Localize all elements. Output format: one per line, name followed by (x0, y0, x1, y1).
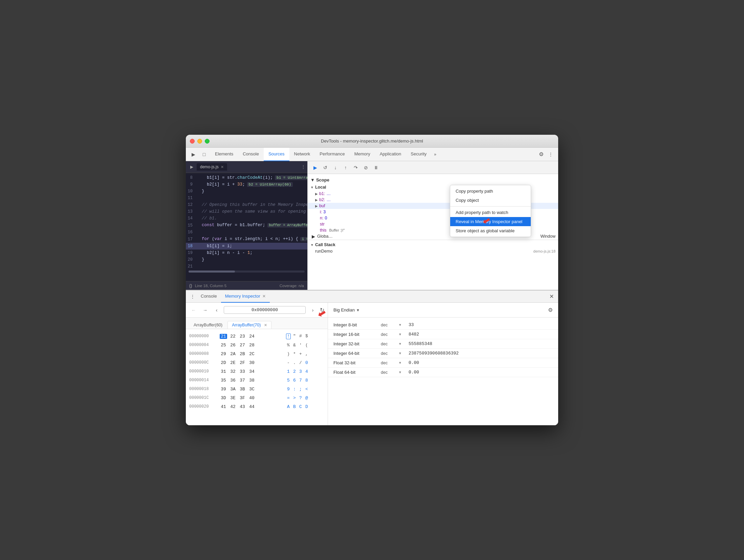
tab-security[interactable]: Security (406, 148, 431, 161)
step-over-button[interactable]: ↺ (321, 164, 329, 172)
callstack-item-runDemo[interactable]: runDemo demo-js.js:18 (308, 248, 558, 254)
step-into-button[interactable]: ↓ (331, 164, 340, 172)
status-braces: {} (189, 283, 192, 288)
buffer-tab-close[interactable]: ✕ (264, 323, 267, 327)
minimize-button[interactable] (197, 139, 202, 144)
memory-next-button[interactable]: › (308, 306, 317, 315)
bottom-panel: ➡ ⋮ Console Memory Inspector ✕ ✕ (186, 290, 558, 425)
code-line-15: 15 const buffer = b1.buffer;buffer = Arr… (186, 222, 307, 229)
memory-refresh-button[interactable]: ↻ (320, 307, 324, 313)
ctx-copy-object[interactable]: Copy object (450, 196, 531, 205)
code-line-20: 20 } (186, 256, 307, 263)
deactivate-breakpoints-button[interactable]: ⊘ (362, 164, 370, 172)
more-tabs-button[interactable]: » (431, 148, 439, 161)
source-filename: demo-js.js (200, 165, 219, 169)
hex-row-c: 0000000C 2D 2E 2F 30 - . / (189, 358, 324, 367)
bottom-tab-menu-icon[interactable]: ⋮ (189, 293, 197, 301)
memory-inspector-tab-close[interactable]: ✕ (262, 294, 266, 299)
data-inspector-panel: Big Endian ▼ ⚙ Integer 8-bit dec ▼ 33 (328, 303, 558, 425)
close-button[interactable] (190, 139, 195, 144)
hex-row-20: 00000020 41 42 43 44 A B C (189, 402, 324, 411)
scope-arrow: ▼ (310, 177, 315, 182)
tab-sources[interactable]: Sources (264, 148, 289, 161)
memory-forward-button[interactable]: → (201, 306, 210, 315)
code-line-17: 17 for (var i = str.length; i < n; ++i) … (186, 236, 307, 243)
tab-performance[interactable]: Performance (315, 148, 349, 161)
hex-row-18: 00000018 39 3A 3B 3C 9 : ; (189, 385, 324, 393)
code-scrollbar-thumb (189, 271, 235, 273)
code-line-21: 21 (186, 263, 307, 270)
step-button[interactable]: ↷ (352, 164, 360, 172)
source-nav-icon[interactable]: ▶ (188, 163, 195, 171)
code-line-10: 10 } (186, 188, 307, 195)
buffer-tab-60[interactable]: ArrayBuffer(60) (189, 321, 227, 329)
step-out-button[interactable]: ↑ (342, 164, 350, 172)
resume-button[interactable]: ▶ (311, 164, 319, 172)
status-bar: {} Line 18, Column 5 Coverage: n/a (186, 281, 307, 290)
settings-icon[interactable]: ⚙ (537, 150, 546, 159)
top-tab-bar: ▶ □ Elements Console Sources Network Per… (186, 148, 558, 161)
memory-address-input[interactable] (224, 306, 306, 314)
source-editor-panel: ▶ demo-js.js ✕ ⋮ 8 b1[i] = str.charCodeA… (186, 161, 308, 290)
code-editor: 8 b1[i] = str.charCodeAt(i);b1 = Uint8Ar… (186, 173, 307, 281)
data-row-float64: Float 64-bit dec ▼ 0.00 (328, 368, 558, 377)
hex-row-10: 00000010 31 32 33 34 1 2 3 (189, 367, 324, 376)
buffer-tab-bar: ArrayBuffer(60) ArrayBuffer(70) ✕ (186, 318, 328, 329)
code-line-16: 16 (186, 229, 307, 236)
code-line-18: 18 b1[i] = i; (186, 243, 307, 250)
buffer-tab-70[interactable]: ArrayBuffer(70) ✕ (227, 321, 271, 329)
endian-selector[interactable]: Big Endian ▼ (333, 307, 360, 313)
devtools-body: ▶ □ Elements Console Sources Network Per… (186, 148, 558, 425)
code-line-19: 19 b2[i] = n - i - 1; (186, 250, 307, 256)
cursor-icon[interactable]: ▶ (189, 150, 198, 159)
code-line-13: 13 // will open the same view as for ope… (186, 208, 307, 215)
data-row-int32: Integer 32-bit dec ▼ 555885348 (328, 339, 558, 349)
ctx-store-global[interactable]: Store object as global variable (450, 226, 531, 235)
hex-row-1c: 0000001C 3D 3E 3F 40 = > ? (189, 393, 324, 402)
code-scrollbar[interactable] (189, 271, 305, 273)
local-arrow: ▼ (310, 186, 314, 189)
endian-label: Big Endian (333, 307, 355, 313)
ctx-separator-1 (450, 206, 531, 207)
titlebar: DevTools - memory-inspector.glitch.me/de… (186, 135, 558, 148)
hex-byte-21[interactable]: 21 (220, 334, 227, 339)
maximize-button[interactable] (205, 139, 210, 144)
scope-section-header[interactable]: ▼ Scope (308, 176, 558, 184)
pause-on-exceptions-button[interactable]: ⏸ (372, 164, 380, 172)
status-position: Line 18, Column 5 (195, 284, 226, 288)
memory-prev-button[interactable]: ‹ (212, 306, 221, 315)
local-label: Local (315, 185, 326, 190)
source-file-close[interactable]: ✕ (221, 165, 224, 169)
tab-memory[interactable]: Memory (350, 148, 375, 161)
context-menu: Copy property path Copy object Add prope… (450, 185, 531, 237)
layers-icon[interactable]: □ (199, 150, 209, 159)
code-line-11: 11 (186, 195, 307, 201)
ctx-copy-property-path[interactable]: Copy property path (450, 187, 531, 196)
data-inspector-toolbar: Big Endian ▼ ⚙ (328, 303, 558, 318)
hex-row-14: 00000014 35 36 37 38 5 6 7 (189, 376, 324, 385)
source-file-tab-demo-js[interactable]: demo-js.js ✕ (197, 163, 227, 171)
data-row-int8: Integer 8-bit dec ▼ 33 (328, 320, 558, 330)
bottom-tab-memory-inspector[interactable]: Memory Inspector ✕ (221, 290, 270, 303)
callstack-header[interactable]: ▼ Call Stack (308, 241, 558, 248)
tab-application[interactable]: Application (375, 148, 406, 161)
tab-network[interactable]: Network (289, 148, 315, 161)
data-inspector-settings-icon[interactable]: ⚙ (548, 307, 553, 313)
memory-back-button[interactable]: ← (189, 306, 198, 315)
scope-label: Scope (316, 177, 329, 182)
bottom-panel-close[interactable]: ✕ (547, 293, 555, 301)
data-row-int64: Integer 64-bit dec ▼ 2387509390608836392 (328, 349, 558, 358)
tab-elements[interactable]: Elements (210, 148, 238, 161)
tab-console[interactable]: Console (238, 148, 264, 161)
source-tab-end[interactable]: ⋮ (301, 165, 305, 169)
more-options-icon[interactable]: ⋮ (546, 150, 555, 159)
ctx-add-watch[interactable]: Add property path to watch (450, 208, 531, 217)
right-debug-panel: ▶ ↺ ↓ ↑ ↷ ⊘ ⏸ ▼ Scope ▼ Local (308, 161, 558, 290)
ctx-reveal-memory[interactable]: Reveal in Memory Inspector panel (450, 217, 531, 226)
debug-toolbar: ▶ ↺ ↓ ↑ ↷ ⊘ ⏸ (308, 161, 558, 174)
endian-dropdown-arrow: ▼ (356, 308, 360, 312)
call-stack-section: ▼ Call Stack runDemo demo-js.js:18 (308, 240, 558, 256)
global-arrow: ▶ (312, 234, 315, 239)
bottom-tab-console[interactable]: Console (197, 290, 221, 303)
code-line-14: 14 // b1. (186, 215, 307, 222)
